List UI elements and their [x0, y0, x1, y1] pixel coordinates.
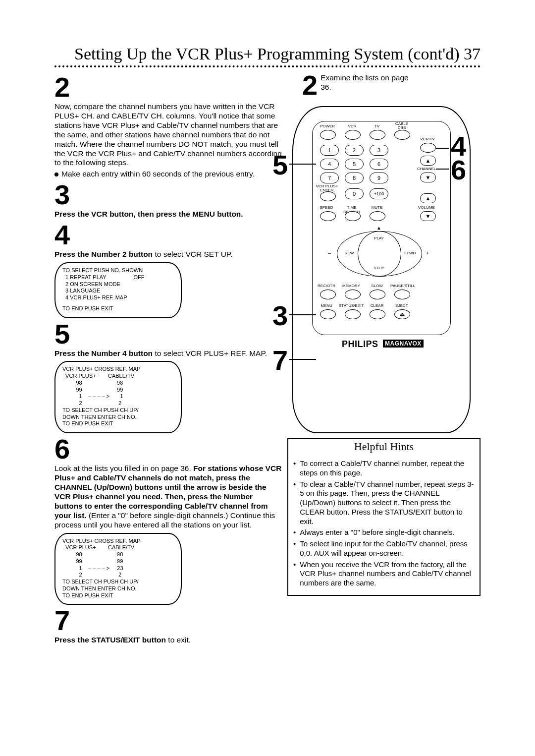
step-7-text: Press the STATUS/EXIT button to exit.: [54, 636, 282, 645]
osd2-l1: VCR PLUS+ CROSS REF. MAP: [62, 366, 174, 373]
osd2-l3: 98 98: [62, 380, 174, 387]
osd3-l9: TO END PUSH EXIT: [62, 592, 174, 599]
plus-100-button[interactable]: +100: [370, 188, 388, 199]
osd3-l2: VCR PLUS+ CABLE/TV: [62, 544, 174, 551]
osd1-l1: TO SELECT PUSH NO. SHOWN: [62, 267, 174, 274]
channel-up-button[interactable]: ▲: [420, 156, 436, 166]
label-power: POWER: [318, 124, 337, 128]
num-9-button[interactable]: 9: [370, 173, 388, 183]
num-5-button[interactable]: 5: [345, 159, 364, 170]
callout-6-line: [436, 169, 449, 170]
hint-4: •To select line input for the Cable/TV c…: [293, 539, 475, 558]
label-dbs: CABLE DBS: [392, 122, 411, 130]
clear-button[interactable]: [370, 309, 385, 319]
slow-button[interactable]: [370, 290, 385, 299]
osd3-l8: DOWN THEN ENTER CH NO.: [62, 585, 174, 592]
callout-5: 5: [272, 149, 288, 181]
plus-label: +: [426, 250, 429, 256]
osd1-l3: 2 ON SCREEN MODE: [62, 281, 174, 288]
osd2-l9: TO END PUSH EXIT: [62, 420, 174, 427]
rec-otr-button[interactable]: [320, 290, 336, 299]
step-4-number: 4: [54, 221, 282, 249]
memory-button[interactable]: [345, 290, 361, 299]
num-8-button[interactable]: 8: [345, 173, 364, 183]
label-status-exit: STATUS/EXIT: [339, 303, 363, 308]
hint-4-text: To select line input for the Cable/TV ch…: [300, 539, 475, 558]
callout-6: 6: [451, 154, 466, 186]
label-eject: EJECT: [392, 303, 411, 308]
step-2-number: 2: [54, 73, 282, 101]
step-4-bold: Press the Number 2 button: [54, 250, 153, 258]
eject-button[interactable]: ⏏: [394, 309, 410, 319]
osd3-l1: VCR PLUS+ CROSS REF. MAP: [62, 538, 174, 545]
arrow-up-icon: ▲: [376, 225, 381, 231]
osd2-l6: 2 2: [62, 400, 174, 407]
osd3-l5: 1 – – – – > 23: [62, 565, 174, 572]
osd2-l4: 99 99: [62, 387, 174, 394]
bullet-icon: •: [293, 480, 296, 526]
num-4-button[interactable]: 4: [320, 159, 339, 170]
osd1-l6: TO END PUSH EXIT: [62, 305, 174, 312]
hint-3: •Always enter a "0" before single-digit …: [293, 528, 475, 537]
label-ffwd: F.FWD: [400, 251, 419, 255]
osd1-l5: 4 VCR PLUS+ REF. MAP: [62, 294, 174, 301]
osd2-l2: VCR PLUS+ CABLE/TV: [62, 373, 174, 380]
hint-3-text: Always enter a "0" before single-digit c…: [300, 528, 455, 537]
power-button[interactable]: [320, 130, 336, 140]
label-menu: MENU: [317, 303, 336, 308]
callout-4-line: [436, 148, 449, 149]
step-7-number: 7: [54, 607, 282, 635]
num-0-button[interactable]: 0: [345, 188, 364, 199]
step-6-number: 6: [54, 435, 282, 463]
label-slow: SLOW: [368, 284, 386, 288]
status-exit-button[interactable]: [345, 309, 361, 319]
tv-button[interactable]: [370, 130, 385, 140]
bullet-icon: [54, 173, 58, 176]
hints-title: Helpful Hints: [354, 440, 414, 453]
num-7-button[interactable]: 7: [320, 173, 339, 183]
vcr-button[interactable]: [345, 130, 361, 140]
label-volume: VOLUME: [417, 205, 436, 210]
step-2-bullet: Make each entry within 60 seconds of the…: [61, 170, 255, 179]
callout-3-line: [289, 314, 316, 315]
osd1-l4: 3 LANGUAGE: [62, 288, 174, 294]
pause-still-button[interactable]: [394, 290, 410, 299]
callout-7: 7: [272, 344, 288, 376]
step-5-text: Press the Number 4 button to select VCR …: [54, 349, 282, 358]
speed-button[interactable]: [320, 211, 336, 221]
vcrplus-enter-button[interactable]: [320, 191, 336, 201]
channel-down-button[interactable]: ▼: [420, 173, 436, 182]
hint-2: •To clear a Cable/TV channel number, rep…: [293, 480, 475, 526]
bullet-icon: •: [293, 528, 296, 537]
step-5-number: 5: [54, 320, 282, 348]
cable-dbs-button[interactable]: [394, 130, 410, 140]
menu-button[interactable]: [320, 309, 336, 319]
step-4-text: Press the Number 2 button to select VCR …: [54, 250, 282, 259]
brand-text: PHILIPS: [342, 339, 378, 349]
label-vcrtv: VCR/TV: [418, 137, 437, 141]
num-3-button[interactable]: 3: [370, 145, 388, 156]
osd-menu-3: VCR PLUS+ CROSS REF. MAP VCR PLUS+ CABLE…: [54, 533, 182, 605]
num-6-button[interactable]: 6: [370, 159, 388, 170]
step-7-bold: Press the STATUS/EXIT button: [54, 636, 166, 644]
vcr-tv-button[interactable]: [420, 143, 436, 153]
minus-label: –: [328, 250, 331, 256]
osd3-l7: TO SELECT CH PUSH CH UP/: [62, 579, 174, 585]
label-pause: PAUSE/STILL: [390, 284, 415, 288]
step-7-rest: to exit.: [166, 636, 191, 644]
mute-button[interactable]: [370, 211, 385, 221]
num-2-button[interactable]: 2: [345, 145, 364, 156]
timesearch-button[interactable]: [345, 211, 361, 221]
osd2-l7: TO SELECT CH PUSH CH UP/: [62, 407, 174, 414]
volume-up-button[interactable]: ▲: [420, 193, 436, 203]
osd2-l8: DOWN THEN ENTER CH NO.: [62, 414, 174, 421]
label-memory: MEMORY: [342, 284, 361, 288]
remote-diagram: POWER VCR TV CABLE DBS VCR/TV 1 2 3 4 5 …: [292, 106, 471, 433]
page-title: Setting Up the VCR Plus+ Programming Sys…: [54, 45, 481, 63]
label-mute: MUTE: [368, 205, 386, 210]
num-1-button[interactable]: 1: [320, 145, 339, 156]
brand-logo: PHILIPS MAGNAVOX: [342, 339, 424, 349]
label-recotr: REC/OTR: [317, 284, 336, 288]
bullet-icon: •: [293, 539, 296, 558]
volume-down-button[interactable]: ▼: [420, 211, 436, 221]
